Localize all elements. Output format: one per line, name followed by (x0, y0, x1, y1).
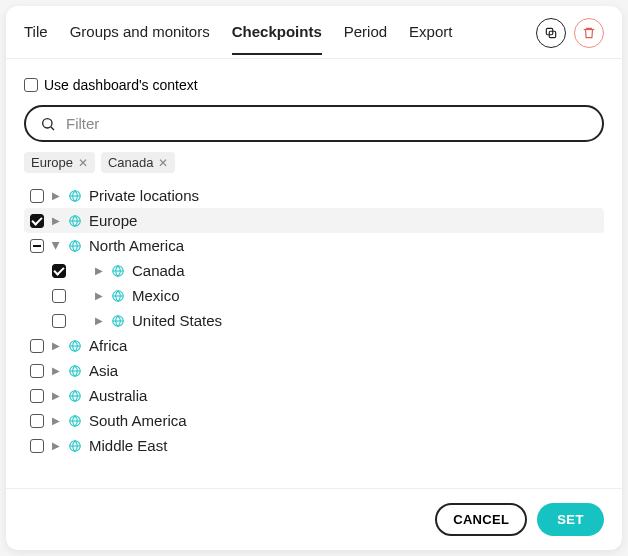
panel-body: Use dashboard's context Europe ✕ Canada … (6, 59, 622, 488)
tabs: Tile Groups and monitors Checkpoints Per… (24, 23, 536, 54)
chip-canada: Canada ✕ (101, 152, 176, 173)
chip-remove-icon[interactable]: ✕ (78, 156, 88, 170)
tree-row[interactable]: ▶South America (24, 408, 604, 433)
svg-line-3 (51, 127, 54, 130)
tree-checkbox[interactable] (30, 439, 44, 453)
set-button[interactable]: SET (537, 503, 604, 536)
chevron-down-icon[interactable]: ▶ (51, 241, 62, 251)
chevron-right-icon[interactable]: ▶ (51, 190, 61, 201)
tree-label: Africa (89, 337, 127, 354)
settings-panel: Tile Groups and monitors Checkpoints Per… (6, 6, 622, 550)
globe-icon (111, 264, 125, 278)
delete-button[interactable] (574, 18, 604, 48)
chevron-right-icon[interactable]: ▶ (94, 290, 104, 301)
tree-label: United States (132, 312, 222, 329)
tree-row[interactable]: ▶Europe (24, 208, 604, 233)
chevron-right-icon[interactable]: ▶ (94, 265, 104, 276)
tree-label: North America (89, 237, 184, 254)
use-context-checkbox[interactable] (24, 78, 38, 92)
cancel-button[interactable]: CANCEL (435, 503, 527, 536)
tree-checkbox[interactable] (30, 239, 44, 253)
tree-row[interactable]: ▶Canada (24, 258, 604, 283)
copy-icon (544, 26, 558, 40)
tab-export[interactable]: Export (409, 23, 452, 54)
chevron-right-icon[interactable]: ▶ (94, 315, 104, 326)
globe-icon (111, 314, 125, 328)
chip-label: Canada (108, 155, 154, 170)
tree-checkbox[interactable] (52, 264, 66, 278)
copy-button[interactable] (536, 18, 566, 48)
tree-row[interactable]: ▶United States (24, 308, 604, 333)
tree-label: Australia (89, 387, 147, 404)
tree-checkbox[interactable] (30, 414, 44, 428)
tab-groups-and-monitors[interactable]: Groups and monitors (70, 23, 210, 54)
tab-period[interactable]: Period (344, 23, 387, 54)
globe-icon (68, 414, 82, 428)
location-tree: ▶Private locations▶Europe▶North America▶… (24, 183, 604, 458)
chevron-right-icon[interactable]: ▶ (51, 415, 61, 426)
tree-label: Europe (89, 212, 137, 229)
tree-row[interactable]: ▶Asia (24, 358, 604, 383)
globe-icon (111, 289, 125, 303)
tree-checkbox[interactable] (30, 364, 44, 378)
chevron-right-icon[interactable]: ▶ (51, 365, 61, 376)
tree-row[interactable]: ▶Mexico (24, 283, 604, 308)
tree-row[interactable]: ▶Private locations (24, 183, 604, 208)
tab-checkpoints[interactable]: Checkpoints (232, 23, 322, 54)
globe-icon (68, 389, 82, 403)
filter-input[interactable] (66, 115, 588, 132)
svg-point-2 (43, 118, 52, 127)
header-actions (536, 18, 604, 58)
tree-row[interactable]: ▶North America (24, 233, 604, 258)
tree-row[interactable]: ▶Middle East (24, 433, 604, 458)
chevron-right-icon[interactable]: ▶ (51, 390, 61, 401)
chip-label: Europe (31, 155, 73, 170)
tree-checkbox[interactable] (52, 289, 66, 303)
tree-label: Middle East (89, 437, 167, 454)
globe-icon (68, 339, 82, 353)
filter-chips: Europe ✕ Canada ✕ (24, 152, 604, 173)
chip-europe: Europe ✕ (24, 152, 95, 173)
search-icon (40, 116, 56, 132)
footer: CANCEL SET (6, 488, 622, 550)
globe-icon (68, 439, 82, 453)
tree-label: South America (89, 412, 187, 429)
tree-label: Canada (132, 262, 185, 279)
use-context-row[interactable]: Use dashboard's context (24, 77, 604, 93)
tree-checkbox[interactable] (30, 214, 44, 228)
tree-label: Asia (89, 362, 118, 379)
tree-checkbox[interactable] (30, 189, 44, 203)
globe-icon (68, 189, 82, 203)
trash-icon (582, 26, 596, 40)
tabs-row: Tile Groups and monitors Checkpoints Per… (6, 6, 622, 59)
globe-icon (68, 364, 82, 378)
tree-checkbox[interactable] (52, 314, 66, 328)
tree-label: Mexico (132, 287, 180, 304)
globe-icon (68, 239, 82, 253)
chip-remove-icon[interactable]: ✕ (158, 156, 168, 170)
tree-checkbox[interactable] (30, 389, 44, 403)
tree-checkbox[interactable] (30, 339, 44, 353)
use-context-label: Use dashboard's context (44, 77, 198, 93)
chevron-right-icon[interactable]: ▶ (51, 340, 61, 351)
tree-label: Private locations (89, 187, 199, 204)
globe-icon (68, 214, 82, 228)
chevron-right-icon[interactable]: ▶ (51, 215, 61, 226)
chevron-right-icon[interactable]: ▶ (51, 440, 61, 451)
tree-row[interactable]: ▶Australia (24, 383, 604, 408)
filter-field[interactable] (24, 105, 604, 142)
tree-row[interactable]: ▶Africa (24, 333, 604, 358)
tab-tile[interactable]: Tile (24, 23, 48, 54)
